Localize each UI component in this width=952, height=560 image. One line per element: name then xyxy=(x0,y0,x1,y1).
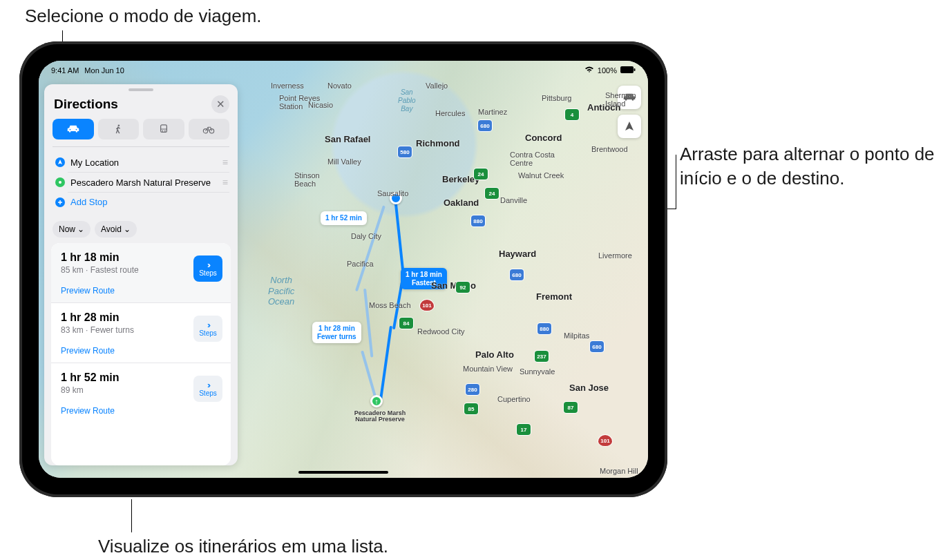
svg-rect-0 xyxy=(620,66,634,73)
avoid-chip-label: Avoid xyxy=(101,224,122,234)
highway-shield: 24 xyxy=(474,168,488,180)
mode-transit-tab[interactable] xyxy=(143,119,184,139)
city-label: Hayward xyxy=(499,249,536,259)
city-label: Mountain View xyxy=(463,365,513,373)
close-button[interactable]: ✕ xyxy=(211,95,229,113)
route-option[interactable]: 1 hr 52 min 89 km Preview Route ›› Steps xyxy=(51,363,231,423)
chevron-down-icon: ⌄ xyxy=(124,224,131,234)
stops-list: My Location ≡ Pescadero Marsh Natural Pr… xyxy=(53,146,229,215)
highway-shield: 101 xyxy=(420,300,434,311)
locate-me-button[interactable] xyxy=(618,115,641,138)
plus-icon xyxy=(55,197,65,207)
svg-point-8 xyxy=(210,129,214,133)
city-label: Pacifica xyxy=(347,260,374,268)
destination-pin[interactable]: ↑ xyxy=(370,395,383,407)
city-label: Morgan Hill xyxy=(600,467,638,475)
stop-end-row[interactable]: Pescadero Marsh Natural Preserve ≡ xyxy=(53,173,229,192)
add-stop-button[interactable]: Add Stop xyxy=(53,193,229,211)
directions-panel: Directions ✕ xyxy=(44,84,238,465)
city-label: Fremont xyxy=(536,291,572,302)
city-label: Martinez xyxy=(478,108,507,116)
preview-route-link[interactable]: Preview Route xyxy=(61,286,221,296)
ocean-label: North Pacific Ocean xyxy=(268,275,294,307)
stop-start-row[interactable]: My Location ≡ xyxy=(53,153,229,172)
highway-shield: 87 xyxy=(564,402,578,413)
steps-label: Steps xyxy=(199,269,217,277)
city-label: Richmond xyxy=(416,138,460,148)
callout-drag-swap: Arraste para alternar o ponto de início … xyxy=(680,142,942,191)
chevron-down-icon: ⌄ xyxy=(77,224,84,234)
city-label: San Rafael xyxy=(325,134,370,144)
add-stop-label: Add Stop xyxy=(70,197,108,207)
drag-handle-icon[interactable] xyxy=(128,88,153,91)
preview-route-link[interactable]: Preview Route xyxy=(61,406,221,416)
now-chip-label: Now xyxy=(59,224,75,234)
highway-shield: 680 xyxy=(478,120,492,131)
highway-shield: 84 xyxy=(399,318,413,329)
city-label: Moss Beach xyxy=(369,301,411,309)
route-option[interactable]: 1 hr 28 min 83 km · Fewer turns Preview … xyxy=(51,303,231,363)
close-icon: ✕ xyxy=(216,98,225,110)
city-label: Danville xyxy=(500,196,527,204)
stop-start-label: My Location xyxy=(70,157,217,168)
preview-route-link[interactable]: Preview Route xyxy=(61,346,221,356)
highway-shield: 101 xyxy=(598,435,612,446)
transit-icon xyxy=(158,124,170,134)
highway-shield: 680 xyxy=(590,341,604,352)
route-option[interactable]: 1 hr 18 min 85 km · Fastest route Previe… xyxy=(51,243,231,303)
now-chip[interactable]: Now ⌄ xyxy=(53,221,91,238)
highway-shield: 880 xyxy=(471,215,485,226)
steps-label: Steps xyxy=(199,389,217,397)
mode-walk-tab[interactable] xyxy=(98,119,140,139)
city-label: Vallejo xyxy=(426,81,448,90)
city-label: Milpitas xyxy=(564,331,589,340)
avoid-chip[interactable]: Avoid ⌄ xyxy=(95,221,137,238)
bike-icon xyxy=(202,124,215,134)
svg-point-2 xyxy=(118,124,120,126)
location-icon xyxy=(55,157,65,167)
home-indicator xyxy=(298,471,388,474)
city-label: Sausalito xyxy=(377,189,408,197)
chevron-right-double-icon: ›› xyxy=(207,321,209,329)
status-time: 9:41 AM xyxy=(51,66,79,75)
callout-line xyxy=(676,155,676,209)
steps-button[interactable]: ›› Steps xyxy=(193,376,222,402)
city-label: Pittsburg xyxy=(542,94,571,102)
svg-rect-3 xyxy=(160,125,166,133)
city-label: Nicasio xyxy=(308,101,333,109)
locate-icon xyxy=(624,121,635,132)
bay-label: San Pablo Bay xyxy=(398,88,416,113)
steps-button[interactable]: ›› Steps xyxy=(193,255,222,282)
steps-button[interactable]: ›› Steps xyxy=(193,316,222,342)
mode-cycle-tab[interactable] xyxy=(189,119,230,139)
walk-icon xyxy=(112,124,124,134)
city-label: Sunnyvale xyxy=(520,367,555,376)
car-icon xyxy=(67,124,79,134)
highway-shield: 24 xyxy=(485,188,499,199)
city-label: Livermore xyxy=(598,251,632,260)
reorder-handle-icon[interactable]: ≡ xyxy=(222,157,227,168)
stop-end-label: Pescadero Marsh Natural Preserve xyxy=(70,177,217,188)
city-label: Walnut Creek xyxy=(518,171,564,180)
city-label: Mill Valley xyxy=(327,157,361,166)
highway-shield: 580 xyxy=(398,146,412,157)
city-label: Brentwood xyxy=(591,145,628,153)
city-label: Contra Costa Centre xyxy=(510,151,555,167)
ipad-screen: 9:41 AM Mon Jun 10 100% Directions ✕ xyxy=(39,61,648,478)
reorder-handle-icon[interactable]: ≡ xyxy=(222,177,227,188)
route-badge[interactable]: 1 hr 28 min Fewer turns xyxy=(312,322,361,343)
city-label: Redwood City xyxy=(417,327,464,336)
routes-list: 1 hr 18 min 85 km · Fastest route Previe… xyxy=(51,243,231,465)
route-badge[interactable]: 1 hr 52 min xyxy=(321,211,367,225)
callout-line xyxy=(131,499,132,532)
city-label: Palo Alto xyxy=(475,349,514,360)
svg-point-6 xyxy=(164,131,166,132)
route-filters: Now ⌄ Avoid ⌄ xyxy=(44,215,238,243)
svg-point-5 xyxy=(162,131,163,132)
steps-label: Steps xyxy=(199,329,217,337)
mode-drive-tab[interactable] xyxy=(53,119,94,139)
chevron-right-double-icon: ›› xyxy=(207,261,209,269)
highway-shield: 17 xyxy=(517,424,531,435)
city-label: Inverness xyxy=(271,81,304,90)
highway-shield: 85 xyxy=(464,403,478,414)
